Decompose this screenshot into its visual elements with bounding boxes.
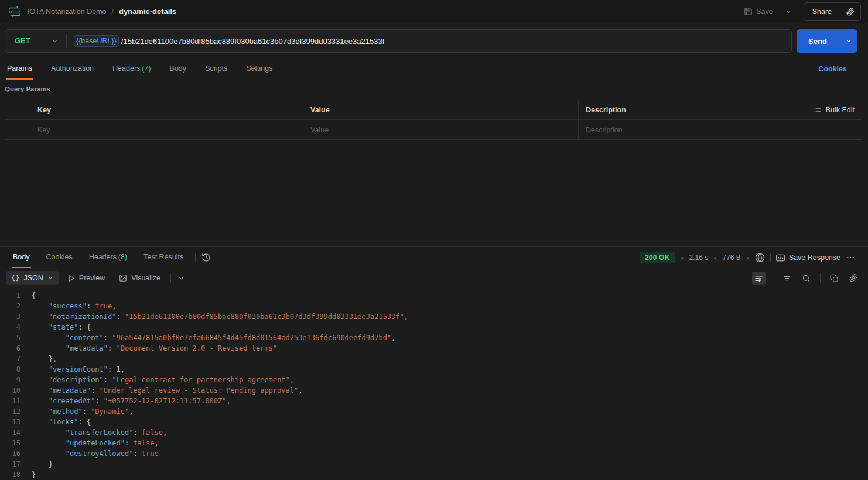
breadcrumb-request-name[interactable]: dynamic-details	[119, 7, 176, 16]
line-number: 14	[0, 427, 20, 438]
tab-body[interactable]: Body	[12, 247, 31, 268]
url-input[interactable]: {{baseURL}} /15b21de61100e7b80df85bac889…	[67, 35, 791, 47]
line-number: 1	[0, 290, 20, 301]
share-button[interactable]: Share	[804, 8, 840, 16]
save-label: Save	[756, 8, 773, 16]
tab-params[interactable]: Params	[6, 59, 33, 80]
response-tabs-row: BodyCookiesHeaders(8)Test Results 200 OK…	[0, 247, 868, 268]
select-all-cell[interactable]	[5, 100, 30, 119]
code-line: "metadata": "Under legal review - Status…	[32, 385, 868, 396]
search-icon[interactable]	[799, 272, 813, 285]
column-header-description: Description	[578, 100, 802, 119]
query-params-input-row: Key Value Description	[5, 120, 862, 139]
param-key-input[interactable]: Key	[30, 120, 303, 139]
tab-scripts[interactable]: Scripts	[204, 59, 228, 80]
tab-label: Headers	[112, 64, 140, 73]
status-badge[interactable]: 200 OK	[640, 252, 675, 263]
cookies-link[interactable]: Cookies	[818, 65, 863, 73]
response-more-options-icon[interactable]	[846, 253, 855, 262]
line-number: 16	[0, 448, 20, 459]
url-path: /15b21de61100e7b80df85bac889f030ba61c3b0…	[121, 37, 384, 46]
gutter: 123456789101112131415161718	[0, 290, 28, 480]
tab-cookies[interactable]: Cookies	[45, 247, 74, 268]
response-history-icon[interactable]	[199, 251, 213, 265]
bulk-edit-button[interactable]: Bulk Edit	[802, 100, 862, 119]
line-number: 15	[0, 438, 20, 448]
visualize-label: Visualize	[131, 274, 160, 282]
code-line: "destroyAllowed": true	[32, 448, 868, 459]
tab-label: Headers	[89, 253, 117, 261]
share-button-group: Share	[804, 2, 861, 21]
code-line: {	[32, 290, 868, 301]
line-number: 18	[0, 469, 20, 480]
format-select[interactable]: {} JSON	[6, 271, 59, 285]
tab-authorization[interactable]: Authorization	[50, 59, 95, 80]
code-line: "content": "96a5447815a0bf0e7efa66845f4d…	[32, 332, 868, 343]
svg-text:HTTP: HTTP	[9, 9, 20, 15]
line-number: 13	[0, 417, 20, 427]
braces-icon: {}	[11, 274, 19, 282]
save-button[interactable]: Save	[739, 4, 778, 19]
code-line: "success": true,	[32, 301, 868, 311]
baseurl-variable-chip[interactable]: {{baseURL}}	[74, 35, 119, 47]
param-value-input[interactable]: Value	[303, 120, 578, 139]
format-chevron-icon	[47, 275, 53, 281]
save-options-chevron[interactable]	[781, 6, 795, 18]
send-options-chevron[interactable]	[839, 29, 857, 53]
code-lines: {"success": true,"notarizationId": "15b2…	[28, 290, 868, 480]
more-formats-chevron[interactable]	[176, 273, 187, 284]
tab-test-results[interactable]: Test Results	[142, 247, 184, 268]
tab-headers[interactable]: Headers(8)	[88, 247, 129, 268]
url-bar: GET {{baseURL}} /15b21de61100e7b80df85ba…	[5, 29, 792, 53]
save-icon	[744, 7, 753, 16]
wrap-text-icon[interactable]	[752, 272, 766, 285]
filter-icon[interactable]	[780, 272, 794, 285]
preview-button[interactable]: Preview	[62, 271, 110, 285]
param-description-input[interactable]: Description	[578, 120, 862, 139]
tab-settings[interactable]: Settings	[245, 59, 274, 80]
code-line: },	[32, 354, 868, 364]
meta-dot: ●	[746, 255, 750, 261]
visualize-button[interactable]: Visualize	[114, 271, 166, 285]
meta-divider	[770, 253, 771, 262]
line-number: 11	[0, 396, 20, 406]
response-time[interactable]: 2.16 s	[689, 253, 709, 262]
method-chevron-icon	[52, 38, 58, 44]
column-header-key: Key	[30, 100, 303, 119]
copy-link-icon[interactable]	[840, 8, 860, 16]
request-body-empty-area	[0, 140, 868, 246]
method-select[interactable]: GET	[5, 30, 66, 52]
response-body-viewer[interactable]: 123456789101112131415161718 {"success": …	[0, 288, 868, 480]
tab-body[interactable]: Body	[169, 59, 188, 80]
http-request-icon: HTTP	[7, 6, 22, 18]
query-params-title: Query Params	[0, 80, 868, 96]
tab-label: Scripts	[205, 64, 227, 73]
line-number: 12	[0, 406, 20, 417]
send-button[interactable]: Send	[797, 29, 839, 53]
response-pane: BodyCookiesHeaders(8)Test Results 200 OK…	[0, 246, 868, 480]
save-response-icon	[776, 254, 785, 262]
line-number: 9	[0, 375, 20, 385]
breadcrumb-collection[interactable]: IOTA Notarization Demo	[28, 8, 107, 16]
save-response-button[interactable]: Save Response	[776, 253, 840, 262]
code-line: "locks": {	[32, 417, 868, 427]
row-checkbox-cell[interactable]	[5, 120, 30, 139]
code-line: "method": "Dynamic",	[32, 406, 868, 417]
format-label: JSON	[23, 274, 43, 282]
query-params-header-row: Key Value Description Bulk Edit	[5, 100, 862, 120]
tab-headers[interactable]: Headers(7)	[111, 59, 152, 80]
response-tabs-divider	[195, 253, 196, 262]
network-globe-icon[interactable]	[755, 253, 765, 263]
line-number: 10	[0, 385, 20, 396]
link-response-icon[interactable]	[847, 272, 860, 284]
column-header-value: Value	[303, 100, 578, 119]
response-tabs: BodyCookiesHeaders(8)Test Results	[5, 247, 192, 268]
code-line: "versionCount": 1,	[32, 364, 868, 375]
tab-label: Cookies	[46, 253, 73, 261]
line-number: 6	[0, 343, 20, 354]
response-size[interactable]: 776 B	[722, 253, 740, 262]
copy-icon[interactable]	[828, 272, 841, 285]
request-tabs-row: ParamsAuthorizationHeaders(7)BodyScripts…	[0, 59, 868, 80]
tab-count: (8)	[118, 253, 127, 261]
line-number: 8	[0, 364, 20, 375]
